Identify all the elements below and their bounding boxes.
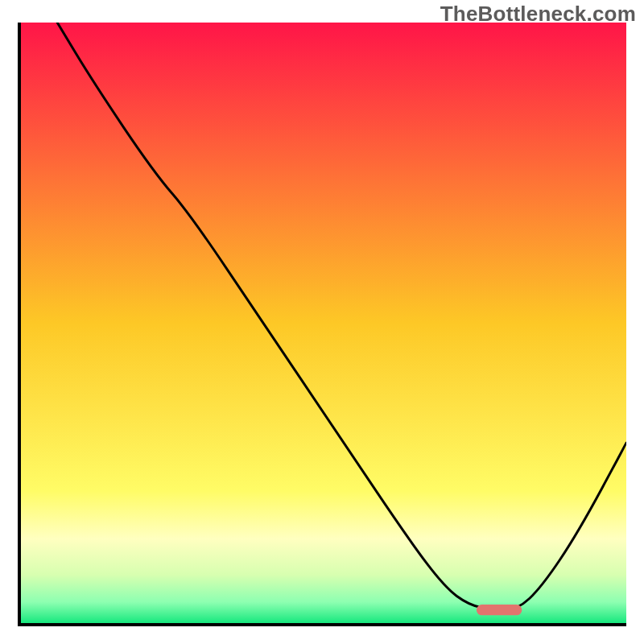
plot-area (18, 23, 626, 626)
background-rect (21, 23, 626, 623)
chart-svg (21, 23, 626, 623)
chart-frame: TheBottleneck.com (0, 0, 644, 644)
optimal-range-marker (477, 605, 522, 615)
